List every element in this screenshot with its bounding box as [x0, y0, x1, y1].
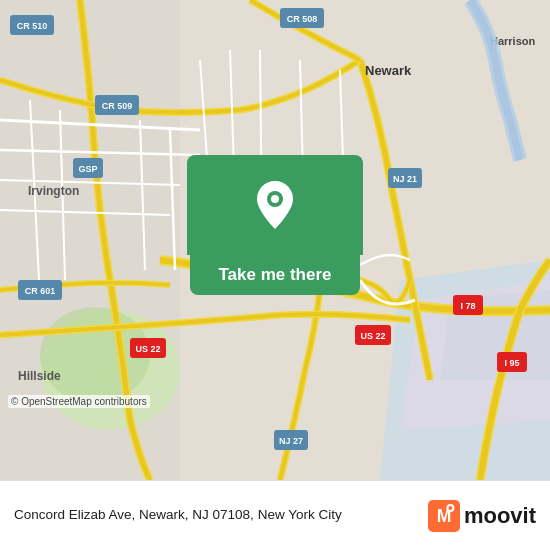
svg-text:CR 510: CR 510 — [17, 21, 48, 31]
info-bar: Concord Elizab Ave, Newark, NJ 07108, Ne… — [0, 480, 550, 550]
take-me-there-button[interactable]: Take me there — [190, 255, 359, 295]
svg-text:CR 601: CR 601 — [25, 286, 56, 296]
location-pin-icon — [251, 177, 299, 233]
address-block: Concord Elizab Ave, Newark, NJ 07108, Ne… — [14, 506, 428, 525]
osm-credit: © OpenStreetMap contributors — [8, 395, 150, 408]
svg-text:US 22: US 22 — [135, 344, 160, 354]
moovit-logo: M moovit — [428, 500, 536, 532]
svg-text:CR 509: CR 509 — [102, 101, 133, 111]
moovit-text: moovit — [464, 503, 536, 529]
svg-text:US 22: US 22 — [360, 331, 385, 341]
svg-text:Irvington: Irvington — [28, 184, 79, 198]
address-text: Concord Elizab Ave, Newark, NJ 07108, Ne… — [14, 506, 428, 525]
moovit-icon: M — [428, 500, 460, 532]
map-pin-box — [187, 155, 363, 255]
svg-text:NJ 21: NJ 21 — [393, 174, 417, 184]
svg-text:I 95: I 95 — [504, 358, 519, 368]
svg-text:I 78: I 78 — [460, 301, 475, 311]
svg-text:NJ 27: NJ 27 — [279, 436, 303, 446]
svg-text:Hillside: Hillside — [18, 369, 61, 383]
svg-text:Newark: Newark — [365, 63, 412, 78]
svg-point-55 — [448, 506, 452, 510]
svg-text:GSP: GSP — [78, 164, 97, 174]
button-overlay: Take me there — [187, 155, 363, 295]
map-container: CR 510 CR 509 CR 508 NJ 21 I 78 I 78 US … — [0, 0, 550, 480]
svg-text:CR 508: CR 508 — [287, 14, 318, 24]
svg-point-51 — [271, 195, 279, 203]
